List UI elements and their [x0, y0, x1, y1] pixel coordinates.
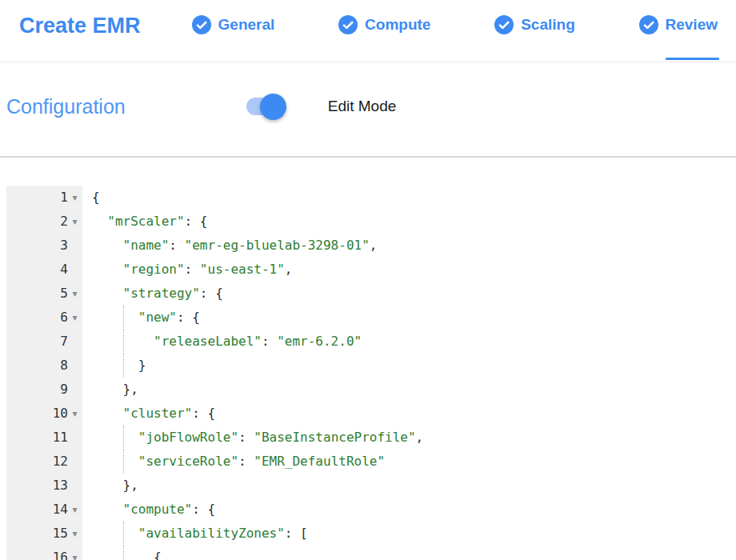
- gutter-cell: 8: [6, 354, 82, 378]
- code-line: 2▾ "mrScaler": {: [6, 210, 730, 234]
- gutter-cell: 3: [6, 234, 82, 258]
- edit-mode-label: Edit Mode: [328, 98, 397, 115]
- code-line: 4 "region": "us-east-1",: [6, 258, 730, 282]
- code-line: 13 },: [6, 474, 730, 498]
- line-number: 14: [53, 498, 68, 522]
- code-line: 9 },: [6, 378, 730, 402]
- code-line: 11 "jobFlowRole": "BaseInstanceProfile",: [6, 426, 730, 450]
- line-number: 2: [60, 210, 68, 234]
- line-number: 12: [53, 450, 68, 474]
- code-text[interactable]: {: [82, 186, 730, 210]
- line-number: 7: [60, 330, 68, 354]
- line-number: 4: [60, 258, 68, 282]
- code-text[interactable]: "strategy": {: [82, 282, 730, 306]
- code-line: 5▾ "strategy": {: [6, 282, 730, 306]
- fold-arrow-icon[interactable]: ▾: [68, 498, 82, 522]
- line-number: 6: [60, 306, 68, 330]
- tab-label: Review: [666, 16, 718, 34]
- json-editor[interactable]: 1▾{2▾ "mrScaler": {3 "name": "emr-eg-blu…: [6, 186, 730, 560]
- section-divider: [0, 156, 736, 158]
- tab-review[interactable]: Review: [639, 15, 718, 34]
- active-tab-underline: [666, 58, 719, 60]
- tab-label: Scaling: [521, 16, 575, 34]
- code-line: 6▾ "new": {: [6, 306, 730, 330]
- gutter-cell: 10▾: [6, 402, 82, 426]
- check-circle-icon: [639, 15, 658, 34]
- tab-label: General: [218, 16, 275, 34]
- line-number: 5: [60, 282, 68, 306]
- fold-arrow-icon[interactable]: ▾: [68, 210, 82, 234]
- code-text[interactable]: {: [82, 546, 730, 560]
- gutter-cell: 16▾: [6, 546, 82, 560]
- code-text[interactable]: "mrScaler": {: [82, 210, 730, 234]
- indent-guide: [123, 330, 124, 354]
- code-text[interactable]: "serviceRole": "EMR_DefaultRole": [82, 450, 730, 474]
- gutter-cell: 7: [6, 330, 82, 354]
- line-number: 3: [60, 234, 68, 258]
- line-number: 9: [60, 378, 68, 402]
- fold-arrow-icon[interactable]: ▾: [68, 546, 82, 560]
- tab-general[interactable]: General: [192, 15, 275, 34]
- indent-guide: [123, 522, 124, 546]
- code-text[interactable]: "compute": {: [82, 498, 730, 522]
- code-text[interactable]: },: [82, 474, 730, 498]
- section-title: Configuration: [6, 95, 126, 118]
- fold-arrow-icon[interactable]: ▾: [68, 306, 82, 330]
- code-line: 15▾ "availabilityZones": [: [6, 522, 730, 546]
- code-line: 10▾ "cluster": {: [6, 402, 730, 426]
- check-circle-icon: [338, 15, 358, 34]
- toggle-knob: [260, 94, 286, 120]
- code-line: 8 }: [6, 354, 730, 378]
- code-text[interactable]: }: [82, 354, 730, 378]
- code-line: 7 "releaseLabel": "emr-6.2.0": [6, 330, 730, 354]
- tab-scaling[interactable]: Scaling: [494, 15, 575, 34]
- indent-guide: [123, 426, 124, 450]
- line-number: 11: [53, 426, 68, 450]
- gutter-cell: 2▾: [6, 210, 82, 234]
- fold-arrow-icon[interactable]: ▾: [68, 522, 82, 546]
- gutter-cell: 4: [6, 258, 82, 282]
- code-line: 1▾{: [6, 186, 730, 210]
- code-line: 3 "name": "emr-eg-bluelab-3298-01",: [6, 234, 730, 258]
- indent-guide: [123, 354, 124, 378]
- edit-mode-toggle[interactable]: [246, 93, 285, 120]
- code-line: 14▾ "compute": {: [6, 498, 730, 522]
- code-text[interactable]: },: [82, 378, 730, 402]
- configuration-bar: Configuration Edit Mode: [6, 89, 730, 124]
- tab-label: Compute: [365, 16, 430, 34]
- code-line: 16▾ {: [6, 546, 730, 560]
- gutter-cell: 9: [6, 378, 82, 402]
- wizard-steps: GeneralComputeScalingReview: [192, 14, 718, 34]
- code-text[interactable]: "region": "us-east-1",: [82, 258, 730, 282]
- check-circle-icon: [192, 15, 211, 34]
- code-line: 12 "serviceRole": "EMR_DefaultRole": [6, 450, 730, 474]
- indent-guide: [123, 306, 124, 330]
- check-circle-icon: [494, 15, 514, 34]
- gutter-cell: 14▾: [6, 498, 82, 522]
- page-title: Create EMR: [19, 14, 141, 38]
- tab-compute[interactable]: Compute: [338, 15, 430, 34]
- indent-guide: [123, 450, 124, 474]
- gutter-cell: 1▾: [6, 186, 82, 210]
- line-number: 8: [60, 354, 68, 378]
- fold-arrow-icon[interactable]: ▾: [68, 402, 82, 426]
- fold-arrow-icon[interactable]: ▾: [68, 186, 82, 210]
- code-text[interactable]: "availabilityZones": [: [82, 522, 730, 546]
- code-text[interactable]: "new": {: [82, 306, 730, 330]
- gutter-cell: 5▾: [6, 282, 82, 306]
- line-number: 10: [53, 402, 68, 426]
- line-number: 13: [53, 474, 68, 498]
- fold-arrow-icon[interactable]: ▾: [68, 282, 82, 306]
- code-text[interactable]: "jobFlowRole": "BaseInstanceProfile",: [82, 426, 730, 450]
- gutter-cell: 6▾: [6, 306, 82, 330]
- code-text[interactable]: "name": "emr-eg-bluelab-3298-01",: [82, 234, 730, 258]
- indent-guide: [123, 546, 124, 560]
- gutter-cell: 11: [6, 426, 82, 450]
- gutter-cell: 15▾: [6, 522, 82, 546]
- code-text[interactable]: "cluster": {: [82, 402, 730, 426]
- code-text[interactable]: "releaseLabel": "emr-6.2.0": [82, 330, 730, 354]
- gutter-cell: 12: [6, 450, 82, 474]
- line-number: 15: [53, 522, 68, 546]
- line-number: 16: [53, 546, 68, 560]
- line-number: 1: [60, 186, 68, 210]
